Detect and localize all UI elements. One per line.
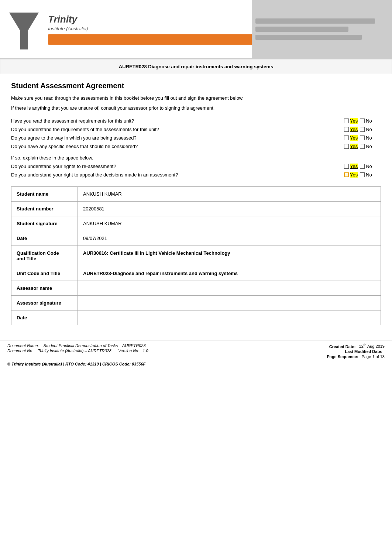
q1-no-checkbox[interactable]: [360, 119, 365, 123]
q5-no-label[interactable]: No: [360, 164, 372, 169]
question-row-2: Do you understand the requirements of th…: [11, 127, 381, 132]
label-student-name: Student name: [11, 186, 78, 201]
footer-doc-no-label: Document No:: [7, 349, 33, 353]
if-so-text: If so, explain these in the space below.: [11, 155, 381, 161]
footer-created-row: Created Date: 12th Aug 2019: [329, 343, 385, 349]
title-bar: AURETR028 Diagnose and repair instrument…: [0, 59, 392, 74]
footer-page-value: Page 1 of 18: [362, 354, 385, 359]
q6-yes-no: Yes No: [344, 172, 381, 178]
q2-text: Do you understand the requirements of th…: [11, 127, 344, 132]
q2-yes-text: Yes: [350, 127, 358, 132]
value-assessor-signature: [78, 295, 381, 310]
q4-no-label[interactable]: No: [360, 144, 372, 149]
header-logo-area: Trinity Institute (Australia): [0, 0, 392, 58]
q3-no-label[interactable]: No: [360, 135, 372, 141]
q1-no-text: No: [366, 118, 372, 124]
q4-yes-checkbox[interactable]: [344, 144, 349, 149]
value-assessor-name: [78, 281, 381, 295]
header-gray-line-1: [255, 18, 375, 24]
q4-yes-text: Yes: [350, 144, 358, 149]
q2-no-label[interactable]: No: [360, 127, 372, 132]
q5-yes-label[interactable]: Yes: [344, 164, 358, 169]
footer-area: Document Name: Student Practical Demonst…: [0, 340, 392, 370]
q1-yes-no: Yes No: [344, 118, 381, 124]
footer-doc-name-value: Student Practical Demonstration of Tasks…: [44, 343, 146, 348]
table-row-assessor-name: Assessor name: [11, 281, 381, 295]
header-gray-line-3: [255, 35, 362, 40]
q4-yes-no: Yes No: [344, 144, 381, 149]
q3-yes-text: Yes: [350, 135, 358, 141]
q1-yes-label[interactable]: Yes: [344, 118, 358, 124]
label-date-assessor: Date: [11, 310, 78, 325]
footer-version-label: Version No:: [118, 349, 139, 353]
footer-modified-row: Last Modified Date:: [345, 349, 385, 354]
footer-meta-block: Created Date: 12th Aug 2019 Last Modifie…: [327, 343, 385, 359]
footer-copyright-text: © Trinity Institute (Australia) | RTO Co…: [7, 362, 145, 366]
value-date-assessor: [78, 310, 381, 325]
q5-no-text: No: [366, 164, 372, 169]
value-student-name: ANKUSH KUMAR: [78, 186, 381, 201]
footer-copyright-row: © Trinity Institute (Australia) | RTO Co…: [7, 362, 385, 366]
q3-yes-no: Yes No: [344, 135, 381, 141]
label-qualification: Qualification Codeand Title: [11, 246, 78, 266]
table-row-assessor-signature: Assessor signature: [11, 295, 381, 310]
q2-no-text: No: [366, 127, 372, 132]
question-row-4: Do you have any specific needs that shou…: [11, 144, 381, 149]
footer-modified-label: Last Modified Date:: [345, 349, 382, 354]
value-student-signature: ANKUSH KUMAR: [78, 216, 381, 231]
q6-yes-checkbox[interactable]: [344, 172, 349, 177]
footer-doc-name-label: Document Name:: [7, 343, 39, 348]
q2-yes-no: Yes No: [344, 127, 381, 132]
q3-yes-checkbox[interactable]: [344, 135, 349, 140]
q6-no-label[interactable]: No: [360, 172, 372, 178]
q1-no-label[interactable]: No: [360, 118, 372, 124]
q5-no-checkbox[interactable]: [360, 164, 365, 169]
question-row-3: Do you agree to the way in which you are…: [11, 135, 381, 141]
label-unit: Unit Code and Title: [11, 266, 78, 281]
q3-text: Do you agree to the way in which you are…: [11, 135, 344, 141]
q1-yes-checkbox[interactable]: [344, 119, 349, 123]
label-student-signature: Student signature: [11, 216, 78, 231]
q2-no-checkbox[interactable]: [360, 127, 365, 132]
q5-yes-no: Yes No: [344, 164, 381, 169]
table-row-student-number: Student number 20200581: [11, 201, 381, 216]
q3-no-text: No: [366, 135, 372, 141]
question-row-5: Do you understand your rights to re-asse…: [11, 164, 381, 169]
q5-yes-checkbox[interactable]: [344, 164, 349, 169]
q5-yes-text: Yes: [350, 164, 358, 169]
svg-marker-0: [9, 13, 39, 49]
question-row-6: Do you understand your right to appeal t…: [11, 172, 381, 178]
label-assessor-name: Assessor name: [11, 281, 78, 295]
document-title: AURETR028 Diagnose and repair instrument…: [119, 64, 273, 69]
table-row-date-student: Date 09/07/2021: [11, 231, 381, 246]
value-student-number: 20200581: [78, 201, 381, 216]
q2-yes-label[interactable]: Yes: [344, 127, 358, 132]
q4-no-checkbox[interactable]: [360, 144, 365, 149]
footer-row-1: Document Name: Student Practical Demonst…: [7, 343, 385, 359]
footer-page-label: Page Sequence:: [327, 354, 358, 359]
q6-no-checkbox[interactable]: [360, 172, 365, 177]
section-title: Student Assessment Agreement: [11, 82, 381, 90]
logo-icon: [7, 11, 41, 48]
footer-doc-block: Document Name: Student Practical Demonst…: [7, 343, 148, 353]
q4-text: Do you have any specific needs that shou…: [11, 144, 344, 149]
q2-yes-checkbox[interactable]: [344, 127, 349, 132]
question-row-1: Have you read the assessment requirement…: [11, 118, 381, 124]
q6-yes-text: Yes: [350, 172, 358, 178]
info-table: Student name ANKUSH KUMAR Student number…: [11, 186, 381, 325]
q3-no-checkbox[interactable]: [360, 135, 365, 140]
table-row-date-assessor: Date: [11, 310, 381, 325]
header-info-block: [252, 0, 392, 58]
q3-yes-label[interactable]: Yes: [344, 135, 358, 141]
label-assessor-signature: Assessor signature: [11, 295, 78, 310]
q6-yes-label[interactable]: Yes: [344, 172, 358, 178]
header-banner: Trinity Institute (Australia): [0, 0, 392, 59]
table-row-unit: Unit Code and Title AURETR028-Diagnose a…: [11, 266, 381, 281]
main-content: Student Assessment Agreement Make sure y…: [0, 74, 392, 333]
footer-doc-name-row: Document Name: Student Practical Demonst…: [7, 343, 148, 348]
q5-text: Do you understand your rights to re-asse…: [11, 164, 344, 169]
footer-doc-no-value: Trinity Institute (Australia) – AURETR02…: [38, 349, 111, 353]
questions-area: Have you read the assessment requirement…: [11, 118, 381, 149]
q4-yes-label[interactable]: Yes: [344, 144, 358, 149]
q6-text: Do you understand your right to appeal t…: [11, 172, 344, 178]
